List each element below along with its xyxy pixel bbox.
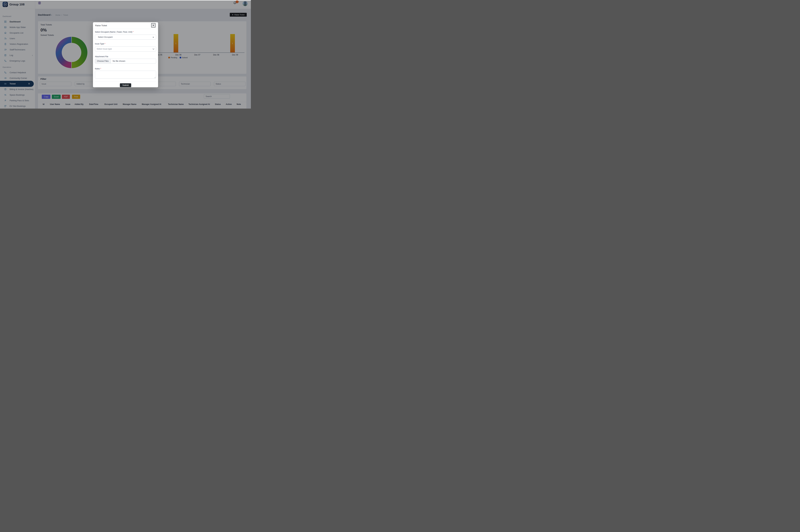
caret-down-icon xyxy=(153,37,154,38)
notes-label: Notes* xyxy=(95,68,156,70)
attachment-file-input[interactable]: Choose Files No file chosen xyxy=(95,59,156,63)
required-asterisk: * xyxy=(100,68,101,70)
issue-type-select[interactable]: Select Issue type xyxy=(95,46,156,52)
modal-title: Raise Ticket xyxy=(95,24,107,27)
choose-files-button[interactable]: Choose Files xyxy=(95,59,111,63)
app-window: Group 108 DashboardDashboardMobile App S… xyxy=(0,0,251,109)
close-button[interactable] xyxy=(151,23,155,27)
modal-header: Raise Ticket xyxy=(93,22,158,29)
occupant-label-text: Select Occupant (Name | Tower, Floor, Un… xyxy=(95,31,132,33)
modal-body: Select Occupant (Name | Tower, Floor, Un… xyxy=(93,29,158,87)
top-edge-strip xyxy=(0,0,251,0)
occupant-select[interactable]: Select Occupant xyxy=(95,35,156,40)
issue-type-label-text: Issue Type xyxy=(95,43,104,45)
submit-button[interactable]: Submit xyxy=(120,83,131,87)
notes-label-text: Notes xyxy=(95,68,100,70)
modal-footer: Submit xyxy=(95,81,156,87)
issue-type-placeholder: Select Issue type xyxy=(95,48,112,50)
required-asterisk: * xyxy=(133,31,134,33)
notes-field-wrap xyxy=(95,71,156,79)
resize-handle[interactable] xyxy=(154,77,156,78)
attachment-label: Attachment File xyxy=(95,56,156,58)
issue-type-label: Issue Type* xyxy=(95,43,156,45)
notes-textarea[interactable] xyxy=(95,71,156,78)
file-chosen-status: No file chosen xyxy=(111,59,127,63)
chevron-down-icon xyxy=(152,49,154,50)
raise-ticket-modal: Raise Ticket Select Occupant (Name | Tow… xyxy=(93,22,158,87)
occupant-select-value: Select Occupant xyxy=(95,36,113,38)
close-icon xyxy=(152,24,154,26)
occupant-label: Select Occupant (Name | Tower, Floor, Un… xyxy=(95,31,156,33)
required-asterisk: * xyxy=(105,43,106,45)
